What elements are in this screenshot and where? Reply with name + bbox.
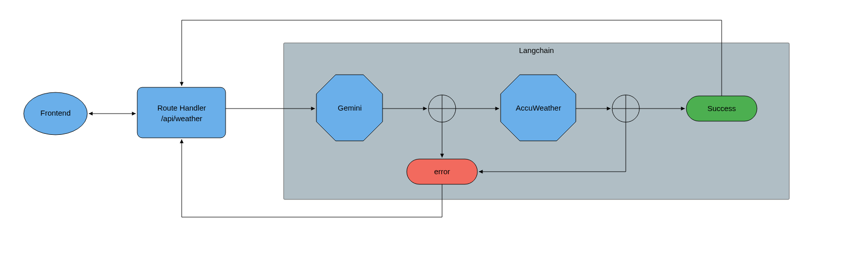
node-success: Success: [686, 96, 757, 121]
node-frontend: Frontend: [24, 92, 87, 135]
node-route-handler: Route Handler /api/weather: [137, 87, 226, 138]
node-error: error: [407, 159, 477, 184]
node-gemini-label: Gemini: [338, 104, 362, 112]
svg-rect-2: [137, 87, 226, 138]
group-langchain-label: Langchain: [519, 46, 554, 55]
node-success-label: Success: [708, 104, 736, 113]
node-branch2: [612, 95, 639, 122]
node-branch1: [428, 95, 456, 122]
node-accuweather-label: AccuWeather: [516, 104, 561, 112]
diagram-canvas: Langchain Frontend Route Handler /api/we…: [0, 0, 868, 258]
node-route-handler-label2: /api/weather: [161, 114, 202, 123]
node-accuweather: AccuWeather: [501, 75, 576, 141]
node-gemini: Gemini: [316, 75, 383, 141]
node-route-handler-label1: Route Handler: [157, 104, 206, 112]
node-frontend-label: Frontend: [40, 109, 71, 117]
node-error-label: error: [434, 167, 450, 176]
